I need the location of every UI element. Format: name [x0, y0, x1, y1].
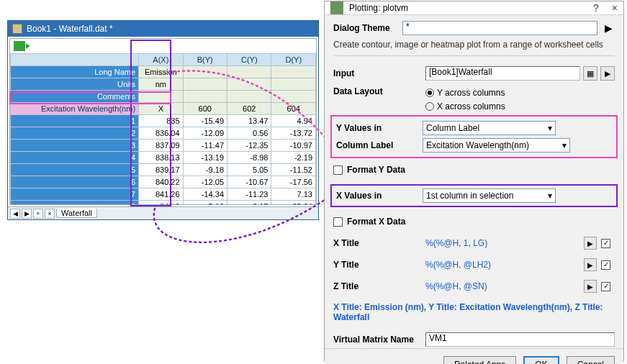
- table-row[interactable]: 4838.13-13.19-8.98-2.19: [11, 152, 316, 164]
- row-index[interactable]: 3: [11, 140, 139, 152]
- y-title-check[interactable]: [601, 260, 610, 270]
- cell[interactable]: -13.72: [271, 127, 316, 140]
- worksheet-corner[interactable]: [10, 39, 316, 53]
- table-row[interactable]: 5839.17-9.185.05-11.52: [11, 164, 316, 176]
- cell[interactable]: -5.16: [183, 201, 227, 206]
- format-x-checkbox[interactable]: [333, 217, 343, 227]
- dialog-titlebar[interactable]: Plotting: plotvm ? ×: [325, 1, 623, 15]
- longname-b[interactable]: [183, 66, 227, 78]
- row-index[interactable]: 5: [11, 164, 139, 176]
- cell[interactable]: 839.17: [139, 164, 183, 176]
- cell[interactable]: -13.19: [183, 152, 227, 164]
- cell[interactable]: -14.34: [183, 188, 227, 201]
- sheet-tab[interactable]: Waterfall: [56, 209, 97, 218]
- comments-row[interactable]: Comments: [11, 91, 316, 103]
- theme-input[interactable]: *: [402, 21, 597, 35]
- close-button[interactable]: ×: [612, 2, 618, 14]
- row-index[interactable]: 7: [11, 188, 139, 201]
- cell[interactable]: -10.67: [227, 176, 271, 188]
- row-index[interactable]: 8: [11, 201, 139, 206]
- sheet-nav-last[interactable]: ▶: [22, 209, 32, 219]
- input-field[interactable]: [Book1]Waterfall: [425, 66, 580, 81]
- z-title-play-icon[interactable]: ▶: [584, 280, 597, 293]
- cell[interactable]: 13.47: [227, 115, 271, 127]
- column-header-row[interactable]: A(X) B(Y) C(Y) D(Y): [11, 54, 316, 66]
- y-title-value[interactable]: %(%@H, @LH2): [425, 260, 584, 270]
- cell[interactable]: -12.09: [183, 127, 227, 140]
- format-y-checkbox[interactable]: [333, 165, 343, 175]
- col-d-header[interactable]: D(Y): [271, 54, 316, 66]
- table-row[interactable]: 2836.04-12.090.56-13.72: [11, 127, 316, 140]
- row-index[interactable]: 1: [11, 115, 139, 127]
- cell[interactable]: -11.52: [271, 164, 316, 176]
- cell[interactable]: 838.13: [139, 152, 183, 164]
- cell[interactable]: -17.56: [271, 176, 316, 188]
- excite-d[interactable]: 604: [271, 103, 316, 115]
- format-x-row[interactable]: Format X Data: [333, 213, 615, 230]
- longname-c[interactable]: [227, 66, 271, 78]
- row-index[interactable]: 6: [11, 176, 139, 188]
- cell[interactable]: 0.56: [227, 127, 271, 140]
- cell[interactable]: 836.04: [139, 127, 183, 140]
- units-row[interactable]: Units nm: [11, 78, 316, 91]
- y-values-select[interactable]: Column Label▾: [423, 121, 556, 135]
- table-row[interactable]: 8842.3-5.166.17-25.24: [11, 201, 316, 206]
- ok-button[interactable]: OK: [523, 356, 559, 364]
- input-range-icon[interactable]: ▦: [583, 66, 597, 81]
- cell[interactable]: -11.47: [183, 140, 227, 152]
- cell[interactable]: -2.19: [271, 152, 316, 164]
- row-index[interactable]: 4: [11, 152, 139, 164]
- longname-row[interactable]: Long Name Emission: [11, 66, 316, 78]
- cell[interactable]: 842.3: [139, 201, 183, 206]
- longname-d[interactable]: [271, 66, 316, 78]
- cell[interactable]: -8.98: [227, 152, 271, 164]
- col-a-header[interactable]: A(X): [139, 54, 183, 66]
- cell[interactable]: 840.22: [139, 176, 183, 188]
- radio-x-across[interactable]: X across columns: [425, 100, 505, 112]
- longname-a[interactable]: Emission: [139, 66, 183, 78]
- cell[interactable]: -9.18: [183, 164, 227, 176]
- excite-a[interactable]: X: [139, 103, 183, 115]
- cell[interactable]: 835: [139, 115, 183, 127]
- x-title-value[interactable]: %(%@H, 1, LG): [425, 238, 584, 248]
- radio-y-across[interactable]: Y across columns: [425, 86, 505, 99]
- col-b-header[interactable]: B(Y): [183, 54, 227, 66]
- excitation-row[interactable]: Excitation Wavelength(nm) X 600 602 604: [11, 103, 316, 115]
- excite-b[interactable]: 600: [183, 103, 227, 115]
- x-values-select[interactable]: 1st column in selection▾: [423, 188, 556, 203]
- y-title-play-icon[interactable]: ▶: [584, 258, 597, 271]
- units-a[interactable]: nm: [139, 78, 183, 91]
- worksheet-grid[interactable]: A(X) B(Y) C(Y) D(Y) Long Name Emission U…: [10, 53, 316, 205]
- theme-flyout-icon[interactable]: ▶: [602, 21, 615, 35]
- cell[interactable]: -10.97: [271, 140, 316, 152]
- cell[interactable]: -25.24: [271, 201, 316, 206]
- cell[interactable]: 5.05: [227, 164, 271, 176]
- related-apps-button[interactable]: Related Apps: [443, 356, 516, 364]
- z-title-value[interactable]: %(%@H, @SN): [425, 281, 584, 291]
- table-row[interactable]: 1835-15.4913.474.94: [11, 115, 316, 127]
- format-y-row[interactable]: Format Y Data: [333, 161, 615, 178]
- x-title-play-icon[interactable]: ▶: [584, 237, 597, 250]
- cell[interactable]: 837.09: [139, 140, 183, 152]
- x-title-check[interactable]: [601, 239, 610, 248]
- cell[interactable]: -15.49: [183, 115, 227, 127]
- table-row[interactable]: 7841.26-14.34-11.237.13: [11, 188, 316, 201]
- excite-c[interactable]: 602: [227, 103, 271, 115]
- row-index[interactable]: 2: [11, 127, 139, 140]
- cell[interactable]: 4.94: [271, 115, 316, 127]
- cell[interactable]: 6.17: [227, 201, 271, 206]
- cell[interactable]: 841.26: [139, 188, 183, 201]
- col-c-header[interactable]: C(Y): [227, 54, 271, 66]
- table-row[interactable]: 6840.22-12.05-10.67-17.56: [11, 176, 316, 188]
- column-label-select[interactable]: Excitation Wavelength(nm)▾: [423, 138, 570, 153]
- cell[interactable]: -12.35: [227, 140, 271, 152]
- sheet-nav-close[interactable]: ×: [45, 209, 55, 219]
- help-button[interactable]: ?: [593, 2, 599, 14]
- vm-name-input[interactable]: VM1: [425, 332, 615, 347]
- cell[interactable]: 7.13: [271, 188, 316, 201]
- sheet-nav-first[interactable]: ◀: [10, 209, 20, 219]
- cell[interactable]: -11.23: [227, 188, 271, 201]
- z-title-check[interactable]: [601, 282, 610, 291]
- sheet-nav-add[interactable]: +: [33, 209, 43, 219]
- cell[interactable]: -12.05: [183, 176, 227, 188]
